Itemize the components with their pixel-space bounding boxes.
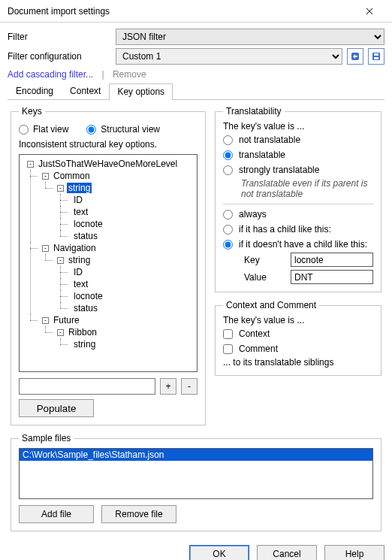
link-separator: | bbox=[101, 69, 104, 80]
child-key-input[interactable] bbox=[291, 253, 373, 267]
tree-node[interactable]: -string ID text locnote status bbox=[54, 182, 195, 242]
sample-files-list[interactable]: C:\Work\Sample_files\Statham.json bbox=[19, 448, 373, 499]
filter-config-select[interactable]: Custom 1 bbox=[116, 48, 342, 65]
collapse-icon[interactable]: - bbox=[42, 245, 49, 252]
tab-key-options[interactable]: Key options bbox=[109, 83, 173, 100]
context-comment-legend: Context and Comment bbox=[223, 300, 319, 310]
close-icon[interactable] bbox=[351, 2, 387, 20]
child-value-input[interactable] bbox=[291, 270, 373, 284]
collapse-icon[interactable]: - bbox=[42, 173, 49, 180]
filter-select[interactable]: JSON filter bbox=[116, 29, 384, 45]
help-button[interactable]: Help bbox=[324, 545, 384, 560]
collapse-icon[interactable]: - bbox=[42, 317, 49, 324]
collapse-icon[interactable]: - bbox=[57, 257, 64, 264]
collapse-icon[interactable]: - bbox=[57, 185, 64, 192]
translatability-intro: The key's value is ... bbox=[223, 121, 373, 132]
add-file-button[interactable]: Add file bbox=[19, 505, 94, 523]
structural-view-radio[interactable]: Structural view bbox=[86, 124, 160, 135]
tree-leaf[interactable]: text bbox=[69, 206, 195, 218]
add-cascading-filter-link[interactable]: Add cascading filter... bbox=[8, 69, 93, 80]
tree-node[interactable]: -Common -string ID text locnote bbox=[39, 170, 195, 242]
not-translatable-radio[interactable]: not translatable bbox=[223, 135, 373, 145]
tab-context[interactable]: Context bbox=[62, 83, 109, 99]
tree-leaf[interactable]: status bbox=[69, 230, 195, 242]
tree-leaf[interactable]: ID bbox=[69, 194, 195, 206]
keys-legend: Keys bbox=[19, 106, 45, 117]
filter-config-label: Filter configuration bbox=[8, 51, 111, 62]
flat-view-radio[interactable]: Flat view bbox=[19, 124, 68, 135]
context-checkbox[interactable]: Context bbox=[223, 328, 373, 339]
svg-rect-3 bbox=[374, 57, 378, 59]
svg-rect-2 bbox=[374, 53, 378, 56]
always-radio[interactable]: always bbox=[223, 209, 373, 219]
tree-node[interactable]: -Ribbon string bbox=[54, 326, 195, 350]
comment-checkbox[interactable]: Comment bbox=[223, 344, 373, 354]
cancel-button[interactable]: Cancel bbox=[257, 545, 317, 560]
tree-leaf[interactable]: string bbox=[69, 338, 195, 350]
ok-button[interactable]: OK bbox=[189, 545, 249, 560]
tab-encoding[interactable]: Encoding bbox=[8, 83, 62, 99]
remove-file-button[interactable]: Remove file bbox=[101, 505, 176, 523]
keys-tree[interactable]: -JustSoThatWeHaveOneMoreLevel -Common -s… bbox=[19, 154, 198, 372]
keys-note: Inconsistent structural key options. bbox=[19, 139, 198, 150]
strongly-translatable-radio[interactable]: strongly translatable bbox=[223, 165, 373, 175]
strongly-note: Translatable even if its parent is not t… bbox=[241, 178, 373, 199]
tree-leaf[interactable]: locnote bbox=[69, 218, 195, 230]
tree-leaf[interactable]: status bbox=[69, 302, 195, 314]
apply-config-icon[interactable] bbox=[347, 48, 363, 65]
tree-node[interactable]: -JustSoThatWeHaveOneMoreLevel -Common -s… bbox=[24, 158, 195, 350]
save-config-icon[interactable] bbox=[368, 48, 384, 65]
context-intro: The key's value is ... bbox=[223, 315, 373, 325]
translatable-radio[interactable]: translatable bbox=[223, 150, 373, 160]
filter-label: Filter bbox=[8, 32, 111, 42]
no-child-radio[interactable]: if it doesn't have a child like this: bbox=[223, 239, 373, 250]
tree-leaf[interactable]: locnote bbox=[69, 290, 195, 302]
has-child-radio[interactable]: if it has a child like this: bbox=[223, 224, 373, 235]
tree-node[interactable]: -Navigation -string ID text locnote bbox=[39, 242, 195, 314]
remove-filter-link: Remove bbox=[113, 69, 146, 80]
tree-leaf[interactable]: text bbox=[69, 278, 195, 290]
translatability-legend: Translatability bbox=[223, 106, 285, 117]
key-input[interactable] bbox=[19, 378, 155, 395]
collapse-icon[interactable]: - bbox=[57, 329, 64, 336]
child-key-label: Key bbox=[244, 255, 283, 265]
tree-leaf[interactable]: ID bbox=[69, 266, 195, 278]
child-value-label: Value bbox=[244, 272, 283, 283]
window-title: Document import settings bbox=[8, 6, 110, 17]
sample-files-legend: Sample files bbox=[19, 433, 74, 443]
tree-node[interactable]: -string ID text locnote status bbox=[54, 254, 195, 314]
populate-button[interactable]: Populate bbox=[19, 399, 94, 417]
tree-node[interactable]: -Future -Ribbon string bbox=[39, 314, 195, 350]
collapse-icon[interactable]: - bbox=[27, 161, 34, 168]
sample-file-item[interactable]: C:\Work\Sample_files\Statham.json bbox=[20, 449, 372, 461]
remove-key-button[interactable]: - bbox=[181, 378, 198, 395]
context-note: ... to its translatable siblings bbox=[223, 357, 373, 368]
add-key-button[interactable]: + bbox=[160, 378, 176, 395]
